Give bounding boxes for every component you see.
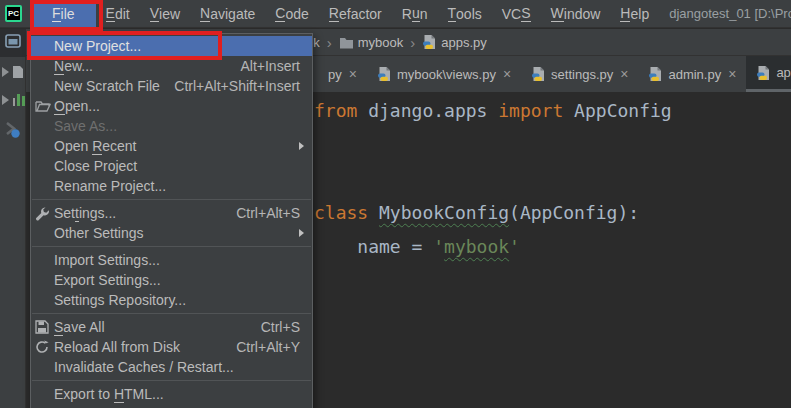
- menu-navigate[interactable]: Navigate: [190, 0, 265, 28]
- floppy-icon: [35, 320, 54, 334]
- menu-item-label: New Project...: [54, 38, 141, 54]
- structure-tool-icon: [1, 93, 25, 111]
- file-menu-item-close-project[interactable]: Close Project: [31, 156, 312, 176]
- menu-run[interactable]: Run: [392, 0, 438, 28]
- code-token: AppConfig: [563, 100, 671, 121]
- pycharm-logo-icon: PC: [5, 5, 22, 22]
- tab-close-icon[interactable]: ×: [503, 67, 511, 81]
- file-menu-item-open[interactable]: Open...: [31, 96, 312, 116]
- tab-label: settings.py: [551, 67, 613, 82]
- code-line: name = 'mybook': [314, 230, 791, 264]
- python-console-icon: [4, 121, 22, 142]
- menu-item-label: New...: [54, 58, 93, 74]
- tool-window-stripe: [0, 29, 26, 408]
- file-menu-dropdown: New Project...New...Alt+InsertNew Scratc…: [30, 33, 313, 408]
- wrench-icon: [35, 206, 54, 221]
- file-menu-item-save-all[interactable]: Save AllCtrl+S: [31, 317, 312, 337]
- file-menu-item-new-scratch-file[interactable]: New Scratch FileCtrl+Alt+Shift+Insert: [31, 76, 312, 96]
- menu-item-label: Open Recent: [54, 138, 137, 154]
- tab-py[interactable]: py×: [318, 56, 367, 92]
- file-menu-item-reload-all-from-disk[interactable]: Reload All from DiskCtrl+Alt+Y: [31, 337, 312, 357]
- tab-mybook-views-py[interactable]: mybook\views.py×: [367, 56, 521, 92]
- code-token: from: [314, 100, 357, 121]
- menu-item-shortcut: Ctrl+Alt+S: [236, 205, 312, 221]
- menu-vcs[interactable]: VCS: [492, 0, 541, 28]
- code-token: MybookConfig: [379, 202, 509, 223]
- folder-icon: [339, 36, 354, 49]
- menu-separator: [32, 380, 311, 381]
- code-line: from django.apps import AppConfig: [314, 94, 791, 128]
- file-menu-item-open-recent[interactable]: Open Recent: [31, 136, 312, 156]
- menu-edit[interactable]: Edit: [96, 0, 140, 28]
- menu-item-label: Save All: [54, 319, 105, 335]
- window-title: djangotest_01 [D:\ProgramFile\PythonVirt…: [669, 6, 791, 21]
- project-tool-icon: [4, 32, 22, 54]
- file-menu-item-import-settings[interactable]: Import Settings...: [31, 250, 312, 270]
- menu-item-label: Open...: [54, 98, 100, 114]
- file-menu-item-invalidate-caches-restart[interactable]: Invalidate Caches / Restart...: [31, 357, 312, 377]
- stripe-structure-tool-icon[interactable]: [0, 89, 26, 115]
- menu-item-label: Other Settings: [54, 225, 144, 241]
- tab-label: apps.py: [776, 65, 791, 80]
- menu-item-label: Save As...: [54, 118, 117, 134]
- file-menu-item-settings-repository[interactable]: Settings Repository...: [31, 290, 312, 310]
- breadcrumb-item-mybook[interactable]: mybook: [339, 35, 404, 50]
- menu-item-shortcut: Ctrl+S: [261, 319, 312, 335]
- file-menu-item-new-project[interactable]: New Project...: [31, 36, 312, 56]
- tab-apps-py[interactable]: apps.py: [746, 56, 791, 92]
- code-line: [314, 128, 791, 162]
- menu-item-shortcut: Ctrl+Alt+Y: [236, 339, 312, 355]
- python-file-icon: [377, 66, 392, 82]
- python-file-icon: [531, 66, 546, 82]
- file-menu-item-print[interactable]: Print...: [31, 404, 312, 408]
- file-menu-item-save-as: Save As...: [31, 116, 312, 136]
- tab-close-icon[interactable]: ×: [728, 67, 736, 81]
- code-line: [314, 162, 791, 196]
- menu-item-shortcut: Alt+Insert: [240, 58, 312, 74]
- code-token: (AppConfig):: [509, 202, 639, 223]
- tab-close-icon[interactable]: ×: [620, 67, 628, 81]
- file-menu-item-rename-project[interactable]: Rename Project...: [31, 176, 312, 196]
- run-file-icon: [1, 65, 25, 83]
- code-line: class MybookConfig(AppConfig):: [314, 196, 791, 230]
- file-menu-item-export-settings[interactable]: Export Settings...: [31, 270, 312, 290]
- file-menu-item-other-settings[interactable]: Other Settings: [31, 223, 312, 243]
- breadcrumb-item-apps-py[interactable]: apps.py: [422, 34, 487, 50]
- file-menu-item-export-to-html[interactable]: Export to HTML...: [31, 384, 312, 404]
- stripe-project-tool-icon[interactable]: [0, 29, 26, 57]
- menu-item-label: Reload All from Disk: [54, 339, 180, 355]
- menu-window[interactable]: Window: [541, 0, 611, 28]
- pycharm-window: from django.apps import AppConfig class …: [0, 0, 791, 408]
- menu-item-label: Settings Repository...: [54, 292, 186, 308]
- main-menu-bar: PC FileEditViewNavigateCodeRefactorRunTo…: [0, 0, 791, 28]
- menu-item-label: Settings...: [54, 205, 116, 221]
- stripe-run-file-icon[interactable]: [0, 61, 26, 87]
- menu-item-label: Rename Project...: [54, 178, 166, 194]
- menu-help[interactable]: Help: [610, 0, 659, 28]
- file-menu-item-new[interactable]: New...Alt+Insert: [31, 56, 312, 76]
- menu-view[interactable]: View: [140, 0, 190, 28]
- menu-items: FileEditViewNavigateCodeRefactorRunTools…: [31, 0, 659, 28]
- menu-code[interactable]: Code: [265, 0, 318, 28]
- folder-open-icon: [35, 99, 54, 113]
- menu-tools[interactable]: Tools: [438, 0, 492, 28]
- submenu-arrow-icon: [299, 142, 304, 150]
- tab-label: mybook\views.py: [397, 67, 496, 82]
- code-token: name =: [314, 236, 433, 257]
- stripe-python-console-icon[interactable]: [0, 117, 26, 145]
- menu-file[interactable]: File: [31, 0, 96, 28]
- code-token: [368, 202, 379, 223]
- tab-label: py: [328, 67, 342, 82]
- code-token: mybook: [444, 236, 509, 257]
- menu-item-shortcut: Ctrl+Alt+Shift+Insert: [174, 78, 312, 94]
- tab-close-icon[interactable]: ×: [349, 67, 357, 81]
- file-menu-item-settings[interactable]: Settings...Ctrl+Alt+S: [31, 203, 312, 223]
- breadcrumb-separator: ›: [410, 34, 415, 51]
- breadcrumb-label: mybook: [358, 35, 404, 50]
- python-file-icon: [648, 66, 663, 82]
- menu-refactor[interactable]: Refactor: [319, 0, 392, 28]
- tab-settings-py[interactable]: settings.py×: [521, 56, 638, 92]
- menu-separator: [32, 199, 311, 200]
- tab-admin-py[interactable]: admin.py×: [638, 56, 746, 92]
- menu-item-label: New Scratch File: [54, 78, 160, 94]
